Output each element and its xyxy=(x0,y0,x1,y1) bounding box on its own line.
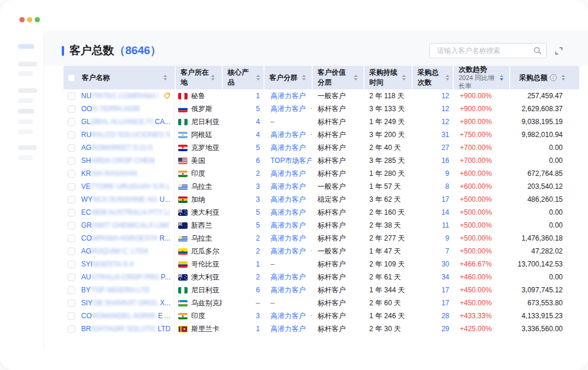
row-checkbox[interactable] xyxy=(68,274,75,281)
purchase-count[interactable]: 11 xyxy=(442,221,449,229)
customer-name-link[interactable]: WYNCA SUNSHINE AGRIC PROD U... xyxy=(81,195,171,204)
customer-name-link[interactable]: COROMANDEL AGRIPACK PRIVATE E ... xyxy=(81,312,171,320)
customer-name-link[interactable]: NUTRITEC COMPANIA S.A.C xyxy=(81,92,159,100)
purchase-count[interactable]: 9 xyxy=(445,234,449,242)
column-header-segment[interactable]: 客户分群 xyxy=(265,66,312,89)
purchase-count[interactable]: 12 xyxy=(442,92,449,100)
segment-link[interactable]: 高潜力客户 xyxy=(270,324,306,334)
core-products-count[interactable]: 4 xyxy=(256,118,260,126)
purchase-count[interactable]: 16 xyxy=(442,156,449,165)
select-all-checkbox[interactable] xyxy=(68,74,75,82)
row-checkbox[interactable] xyxy=(68,248,75,255)
customer-row[interactable]: SHARDA CROP CHEM 美国 6 TOP市场客户 标杆客户 3 年 2… xyxy=(64,154,579,167)
row-checkbox[interactable] xyxy=(68,299,75,307)
customer-row[interactable]: ECHEM AUSTRALIA PTY LIMITED 澳大利亚 5 高潜力客户… xyxy=(64,206,579,219)
customer-name-link[interactable]: BYTOP NIGERIA LTD xyxy=(81,286,150,294)
row-checkbox[interactable] xyxy=(68,118,75,126)
purchase-count[interactable]: 9 xyxy=(445,169,449,178)
segment-link[interactable]: 高潜力客户 xyxy=(270,285,306,295)
purchase-count[interactable]: 17 xyxy=(442,299,449,307)
core-products-count[interactable]: 3 xyxy=(256,195,260,204)
row-checkbox[interactable] xyxy=(68,183,75,191)
sidebar-item-skeleton[interactable] xyxy=(18,88,37,93)
core-products-count[interactable]: 4 xyxy=(256,131,260,139)
row-checkbox[interactable] xyxy=(68,286,75,294)
purchase-count[interactable]: 14 xyxy=(442,208,449,216)
sidebar-item-skeleton[interactable] xyxy=(18,129,33,134)
column-header-name[interactable]: 客户名称 xyxy=(64,66,175,89)
customer-name-link[interactable]: SIYOB SHAVKAT ORGU FERMER X... xyxy=(81,299,171,307)
tag-icon[interactable] xyxy=(163,92,171,99)
purchase-count[interactable]: 17 xyxy=(442,286,449,294)
purchase-count[interactable]: 31 xyxy=(442,131,449,139)
customer-row[interactable]: COROMANDEL AGRIPACK PRIVATE E ... 印度 3 高… xyxy=(64,309,579,322)
row-checkbox[interactable] xyxy=(68,196,75,204)
column-header-duration[interactable]: 采购持续时间 xyxy=(365,66,412,89)
purchase-count[interactable]: 12 xyxy=(442,105,449,113)
customer-row[interactable]: WYNCA SUNSHINE AGRIC PROD U... 加纳 3 高潜力客… xyxy=(64,193,579,206)
core-products-count[interactable]: 5 xyxy=(256,208,260,216)
customer-name-link[interactable]: AGROQUIM C. LTDA xyxy=(81,247,149,255)
expand-fullscreen-icon[interactable] xyxy=(554,46,563,55)
customer-name-link[interactable]: BRIGHTAGRI SOLUTIONS PVT LTD xyxy=(81,325,171,333)
segment-link[interactable]: 高潜力客户 xyxy=(270,246,306,256)
purchase-count[interactable]: 17 xyxy=(442,195,449,204)
segment-link[interactable]: 高潜力客户 xyxy=(270,234,306,244)
customer-row[interactable]: AUSTRALIA CROP PROTECTION P... 澳大利亚 2 高潜… xyxy=(64,271,579,284)
customer-row[interactable]: KRISH RASAYAN 印度 2 高潜力客户 标杆客户 1 年 280 天 … xyxy=(64,167,579,180)
search-input[interactable] xyxy=(436,46,533,55)
customer-name-link[interactable]: ECHEM AUSTRALIA PTY LIMITED xyxy=(81,208,171,216)
sidebar-item-skeleton[interactable] xyxy=(18,71,33,76)
column-header-purchases[interactable]: 采购总次数 xyxy=(413,66,453,89)
zoom-window-button[interactable] xyxy=(35,17,40,22)
core-products-count[interactable]: 3 xyxy=(256,312,260,320)
customer-row[interactable]: SYINGENTA S.A 哥伦比亚 1 – 标杆客户 2 年 109 天 30… xyxy=(64,258,579,271)
customer-name-link[interactable]: GROWIT CHEMICALS LIMITED xyxy=(81,221,171,229)
column-header-trend[interactable]: 次数趋势2024 同比增长率 xyxy=(454,66,509,89)
row-checkbox[interactable] xyxy=(68,170,75,178)
customer-name-link[interactable]: COMPANIA AGROESTANA AL JAIRO R... xyxy=(81,234,171,242)
segment-link[interactable]: 高潜力客户 xyxy=(270,104,306,114)
column-header-tier[interactable]: 客户价值分层 xyxy=(313,66,363,89)
close-window-button[interactable] xyxy=(19,17,25,22)
customer-row[interactable]: BRIGHTAGRI SOLUTIONS PVT LTD 斯里兰卡 1 高潜力客… xyxy=(64,322,579,335)
core-products-count[interactable]: 5 xyxy=(256,144,260,152)
row-checkbox[interactable] xyxy=(68,92,75,100)
segment-link[interactable]: 高潜力客户 xyxy=(270,311,306,321)
customer-row[interactable]: OOO TEPPA AGRI 俄罗斯 5 高潜力客户+1 标杆客户 3 年 13… xyxy=(64,102,579,115)
sidebar-item-skeleton[interactable] xyxy=(18,98,33,103)
column-header-location[interactable]: 客户所在地 xyxy=(176,66,222,89)
customer-name-link[interactable]: SYINGENTA S.A xyxy=(81,260,134,268)
segment-link[interactable]: 高潜力客户 xyxy=(270,91,306,101)
core-products-count[interactable]: 2 xyxy=(256,234,260,242)
customer-name-link[interactable]: GLOBAL ALLIANCE FOR CHEMI CA... xyxy=(81,118,171,126)
customer-name-link[interactable]: KRISH RASAYAN xyxy=(81,169,138,178)
search-icon[interactable] xyxy=(533,46,542,55)
row-checkbox[interactable] xyxy=(68,312,75,320)
row-checkbox[interactable] xyxy=(68,325,75,333)
core-products-count[interactable]: 5 xyxy=(256,105,260,113)
core-products-count[interactable]: 2 xyxy=(256,247,260,255)
sidebar-item-skeleton[interactable] xyxy=(18,145,36,150)
segment-link[interactable]: 高潜力客户 xyxy=(270,182,306,192)
column-header-amount[interactable]: 采购总额i xyxy=(510,66,579,89)
purchase-count[interactable]: 27 xyxy=(442,144,449,152)
sidebar-item-skeleton[interactable] xyxy=(18,119,33,124)
core-products-count[interactable]: 6 xyxy=(256,286,260,294)
row-checkbox[interactable] xyxy=(68,222,75,229)
segment-link[interactable]: 高潜力客户 xyxy=(270,143,306,153)
core-products-count[interactable]: 2 xyxy=(256,169,260,178)
customer-row[interactable]: NUTRITEC COMPANIA S.A.C 秘鲁 1 高潜力客户 一般客户 … xyxy=(64,89,579,102)
customer-row[interactable]: COMPANIA AGROESTANA AL JAIRO R... 乌拉圭 2 … xyxy=(64,232,579,245)
sidebar-item-active[interactable] xyxy=(18,44,34,49)
column-header-products[interactable]: 核心产品 xyxy=(223,66,263,89)
row-checkbox[interactable] xyxy=(68,144,75,152)
core-products-count[interactable]: 6 xyxy=(256,156,260,165)
segment-link[interactable]: 高潜力客户 xyxy=(270,221,306,231)
customer-name-link[interactable]: OOO TEPPA AGRI xyxy=(81,105,141,113)
row-checkbox[interactable] xyxy=(68,261,75,268)
sidebar-item-skeleton[interactable] xyxy=(18,155,33,160)
segment-link[interactable]: 高潜力客户 xyxy=(270,169,306,179)
sidebar-item-skeleton[interactable] xyxy=(18,62,37,66)
customer-name-link[interactable]: SHARDA CROP CHEM xyxy=(81,156,155,165)
